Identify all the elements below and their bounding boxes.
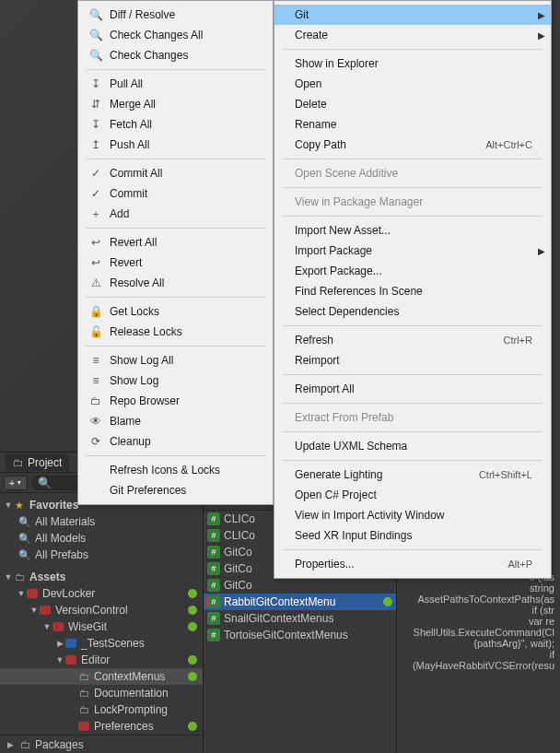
asset-item[interactable]: #SnailGitContextMenus [204, 610, 396, 627]
menu-item[interactable]: Create▶ [274, 25, 551, 45]
menu-item[interactable]: 🔒Get Locks [78, 301, 273, 322]
menu-item[interactable]: ↩Revert All [78, 232, 273, 253]
menu-item[interactable]: ✓Commit All [78, 163, 273, 183]
menu-item-label: Import New Asset... [295, 224, 391, 237]
favorite-item[interactable]: 🔍All Materials [0, 513, 203, 530]
menu-item[interactable]: ↥Push All [78, 135, 273, 155]
menu-item[interactable]: ＋Add [78, 204, 273, 224]
menu-item[interactable]: ≡Show Log All [78, 350, 273, 371]
menu-item[interactable]: Reimport All [274, 379, 551, 399]
menu-separator [282, 216, 543, 217]
menu-item[interactable]: RefreshCtrl+R [274, 330, 551, 350]
menu-item[interactable]: ↩Revert [78, 253, 273, 273]
menu-item-icon: ≡ [88, 374, 104, 387]
menu-item[interactable]: Git Preferences [78, 480, 273, 500]
menu-item-icon: ≡ [88, 354, 104, 367]
menu-item-icon: ↩ [88, 236, 104, 249]
script-icon: # [207, 579, 220, 592]
tree-item[interactable]: 🗀LockPrompting [0, 701, 203, 718]
script-icon: # [207, 546, 220, 559]
script-icon: # [207, 529, 220, 542]
favorite-item[interactable]: 🔍All Prefabs [0, 547, 203, 563]
menu-item[interactable]: Reimport [274, 350, 551, 371]
menu-separator [86, 346, 265, 347]
git-submenu: 🔍Diff / Resolve🔍Check Changes All🔍Check … [77, 0, 274, 505]
menu-item[interactable]: Seed XR Input Bindings [274, 525, 551, 546]
asset-item[interactable]: #GitCo [204, 577, 396, 594]
menu-item[interactable]: ⚠Resolve All [78, 273, 273, 293]
favorite-item[interactable]: 🔍All Models [0, 530, 203, 547]
menu-item-label: Blame [110, 415, 141, 428]
add-asset-button[interactable]: +▼ [4, 476, 28, 490]
menu-item-label: Diff / Resolve [110, 8, 175, 21]
menu-item-label: Show Log [110, 374, 158, 387]
tree-item[interactable]: ▼Editor [0, 652, 203, 668]
tree-item[interactable]: ▼DevLocker [0, 585, 203, 602]
menu-separator [282, 374, 543, 375]
menu-item[interactable]: Show in Explorer [274, 53, 551, 74]
tree-item[interactable]: ▼VersionControl [0, 602, 203, 618]
menu-item[interactable]: Import Package▶ [274, 241, 551, 261]
menu-item[interactable]: Open C# Project [274, 485, 551, 505]
menu-item[interactable]: Refresh Icons & Locks [78, 460, 273, 480]
search-icon: 🔍 [18, 532, 31, 545]
menu-item[interactable]: Find References In Scene [274, 281, 551, 301]
menu-item-label: Revert All [110, 236, 157, 249]
menu-item[interactable]: 🔍Check Changes All [78, 25, 273, 45]
menu-item[interactable]: ⟳Cleanup [78, 431, 273, 452]
menu-item-label: Fetch All [110, 118, 152, 131]
packages-row[interactable]: ▶ 🗀 Packages [0, 735, 203, 753]
menu-item[interactable]: 🗀Repo Browser [78, 391, 273, 411]
menu-item[interactable]: ↧Pull All [78, 74, 273, 94]
menu-item[interactable]: Select Dependencies [274, 301, 551, 322]
menu-item[interactable]: 🔍Diff / Resolve [78, 5, 273, 25]
expand-arrow-icon: ▶ [7, 740, 17, 749]
menu-item[interactable]: Delete [274, 94, 551, 114]
menu-item-label: Create [295, 29, 328, 41]
menu-item[interactable]: Copy PathAlt+Ctrl+C [274, 135, 551, 155]
menu-item-label: Refresh Icons & Locks [110, 464, 220, 477]
menu-item[interactable]: Properties...Alt+P [274, 554, 551, 574]
menu-item[interactable]: Git▶ [274, 5, 551, 25]
menu-item[interactable]: 👁Blame [78, 411, 273, 431]
menu-item-label: Seed XR Input Bindings [295, 529, 412, 542]
menu-item-icon: ⚠ [88, 276, 104, 289]
menu-item[interactable]: Export Package... [274, 261, 551, 281]
menu-item-label: Check Changes [110, 49, 188, 62]
project-tab[interactable]: 🗀 Project [6, 454, 69, 471]
menu-item[interactable]: 🔓Release Locks [78, 322, 273, 342]
menu-item[interactable]: ⇵Merge All [78, 94, 273, 114]
menu-item[interactable]: Open [274, 74, 551, 94]
menu-item-icon: ＋ [88, 206, 104, 222]
tree-item[interactable]: ▼WiseGit [0, 618, 203, 635]
menu-item-label: Reimport All [295, 382, 355, 395]
vcs-added-icon [188, 606, 197, 615]
tree-item[interactable]: 🗀ContextMenus [0, 668, 203, 685]
menu-item[interactable]: View in Import Activity Window [274, 505, 551, 525]
menu-item-label: Push All [110, 138, 149, 151]
script-icon: # [207, 595, 220, 608]
star-icon: ★ [13, 499, 26, 512]
menu-item[interactable]: Import New Asset... [274, 220, 551, 241]
vcs-added-icon [188, 722, 197, 731]
menu-item[interactable]: 🔍Check Changes [78, 45, 273, 65]
tree-item[interactable]: Preferences [0, 718, 203, 735]
menu-item-label: Release Locks [110, 325, 182, 338]
menu-shortcut: Alt+P [508, 559, 532, 570]
menu-item[interactable]: ≡Show Log [78, 371, 273, 391]
menu-separator [282, 49, 543, 50]
menu-item[interactable]: Rename [274, 114, 551, 135]
menu-item[interactable]: Generate LightingCtrl+Shift+L [274, 465, 551, 485]
submenu-arrow-icon: ▶ [538, 10, 545, 20]
vcs-added-icon [188, 589, 197, 598]
asset-item[interactable]: #TortoiseGitContextMenus [204, 627, 396, 643]
tree-item[interactable]: 🗀Documentation [0, 685, 203, 701]
menu-separator [86, 297, 265, 298]
tree-item[interactable]: ▶_TestScenes [0, 635, 203, 652]
menu-item[interactable]: ✓Commit [78, 183, 273, 204]
menu-item-label: Reimport [295, 354, 340, 367]
asset-item[interactable]: #RabbitGitContextMenu [204, 594, 396, 610]
menu-item[interactable]: Update UXML Schema [274, 436, 551, 456]
menu-item[interactable]: ↧Fetch All [78, 114, 273, 135]
assets-root[interactable]: ▼🗀Assets [0, 569, 203, 585]
